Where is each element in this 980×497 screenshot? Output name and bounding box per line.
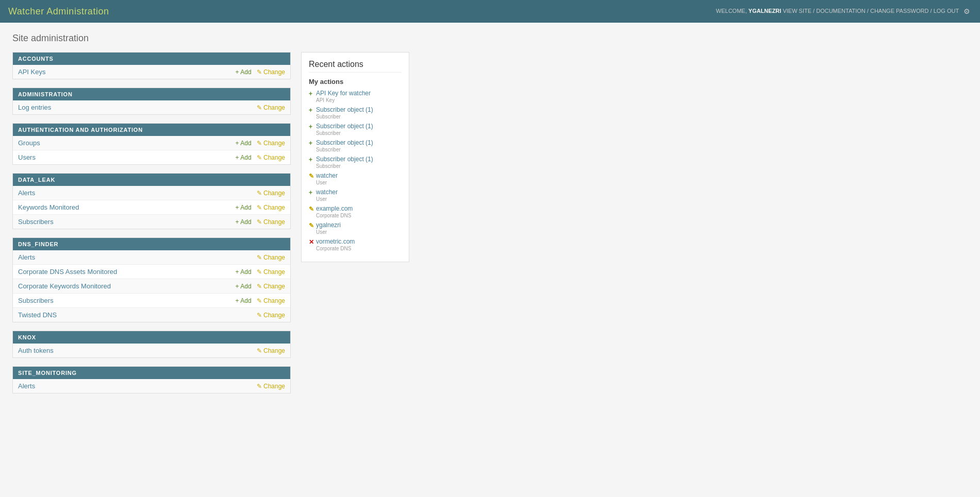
- change-link[interactable]: ✎ Change: [257, 218, 285, 226]
- change-link[interactable]: ✎ Change: [257, 204, 285, 211]
- left-column: ACCOUNTSAPI Keys+ Add✎ ChangeADMINISTRAT…: [12, 52, 291, 402]
- add-icon: +: [309, 189, 314, 196]
- add-icon: +: [309, 90, 314, 97]
- add-link[interactable]: + Add: [236, 268, 252, 276]
- action-item: +Subscriber object (1)Subscriber: [309, 106, 402, 119]
- action-link[interactable]: ygalnezri: [316, 221, 341, 229]
- action-link[interactable]: Subscriber object (1): [316, 123, 373, 130]
- add-icon: +: [309, 107, 314, 114]
- change-link[interactable]: ✎ Change: [257, 104, 285, 111]
- row-label-auth-tokens[interactable]: Auth tokens: [18, 347, 257, 354]
- change-link[interactable]: ✎ Change: [257, 283, 285, 290]
- add-icon: +: [309, 140, 314, 147]
- action-link[interactable]: vormetric.com: [316, 238, 355, 245]
- change-link[interactable]: ✎ Change: [257, 347, 285, 354]
- recent-actions-title: Recent actions: [309, 60, 402, 73]
- row-label-alerts[interactable]: Alerts: [18, 189, 257, 197]
- action-sub-label: Corporate DNS: [316, 213, 402, 218]
- site-title: Watcher Administration: [8, 6, 109, 17]
- username: YGALNEZRI: [749, 8, 782, 14]
- module-header-knox: KNOX: [13, 331, 290, 344]
- add-link[interactable]: + Add: [236, 154, 252, 161]
- add-icon: +: [309, 156, 314, 163]
- add-link[interactable]: + Add: [236, 283, 252, 290]
- change-icon: ✎: [309, 222, 314, 229]
- row-actions: ✎ Change: [257, 190, 285, 197]
- change-link[interactable]: ✎ Change: [257, 68, 285, 76]
- right-column: Recent actions My actions +API Key for w…: [301, 52, 409, 262]
- change-icon: ✎: [309, 205, 314, 213]
- module-row: Users+ Add✎ Change: [13, 150, 290, 164]
- row-label-subscribers[interactable]: Subscribers: [18, 218, 236, 226]
- module-header-auth: AUTHENTICATION AND AUTHORIZATION: [13, 124, 290, 136]
- gear-icon: ⚙: [964, 7, 972, 15]
- add-link[interactable]: + Add: [236, 297, 252, 304]
- action-link[interactable]: Subscriber object (1): [316, 139, 373, 146]
- module-accounts: ACCOUNTSAPI Keys+ Add✎ Change: [12, 52, 291, 79]
- action-link[interactable]: API Key for watcher: [316, 90, 371, 97]
- header-user-info: WELCOME, YGALNEZRI VIEW SITE / DOCUMENTA…: [716, 7, 972, 15]
- row-actions: + Add✎ Change: [236, 154, 285, 161]
- action-link[interactable]: watcher: [316, 188, 338, 196]
- action-sub-label: Subscriber: [316, 163, 402, 169]
- documentation-link[interactable]: DOCUMENTATION: [816, 8, 866, 14]
- header: Watcher Administration WELCOME, YGALNEZR…: [0, 0, 980, 23]
- view-site-link[interactable]: VIEW SITE: [783, 8, 811, 14]
- log-out-link[interactable]: LOG OUT: [934, 8, 959, 14]
- row-label-api-keys[interactable]: API Keys: [18, 68, 236, 76]
- action-sub-label: User: [316, 180, 402, 185]
- row-actions: ✎ Change: [257, 104, 285, 111]
- change-link[interactable]: ✎ Change: [257, 254, 285, 261]
- change-password-link[interactable]: CHANGE PASSWORD: [870, 8, 928, 14]
- action-sub-label: Subscriber: [316, 130, 402, 136]
- delete-icon: ✕: [309, 238, 314, 246]
- add-link[interactable]: + Add: [236, 68, 252, 76]
- row-label-alerts[interactable]: Alerts: [18, 253, 257, 261]
- change-link[interactable]: ✎ Change: [257, 383, 285, 390]
- add-link[interactable]: + Add: [236, 218, 252, 226]
- action-link[interactable]: Subscriber object (1): [316, 106, 373, 113]
- action-link[interactable]: watcher: [316, 172, 338, 179]
- action-link[interactable]: Subscriber object (1): [316, 156, 373, 163]
- row-label-keywords-monitored[interactable]: Keywords Monitored: [18, 203, 236, 211]
- row-actions: + Add✎ Change: [236, 283, 285, 290]
- change-link[interactable]: ✎ Change: [257, 268, 285, 276]
- module-row: Alerts✎ Change: [13, 379, 290, 393]
- main-layout: ACCOUNTSAPI Keys+ Add✎ ChangeADMINISTRAT…: [12, 52, 968, 402]
- welcome-text: WELCOME,: [716, 8, 747, 14]
- row-label-twisted-dns[interactable]: Twisted DNS: [18, 311, 257, 319]
- module-row: Subscribers+ Add✎ Change: [13, 294, 290, 308]
- row-actions: ✎ Change: [257, 312, 285, 319]
- change-link[interactable]: ✎ Change: [257, 312, 285, 319]
- row-label-log-entries[interactable]: Log entries: [18, 104, 257, 111]
- row-label-corporate-dns-assets-monitored[interactable]: Corporate DNS Assets Monitored: [18, 268, 236, 276]
- change-link[interactable]: ✎ Change: [257, 154, 285, 161]
- action-sub-label: Subscriber: [316, 114, 402, 119]
- add-link[interactable]: + Add: [236, 140, 252, 147]
- change-link[interactable]: ✎ Change: [257, 190, 285, 197]
- row-label-corporate-keywords-monitored[interactable]: Corporate Keywords Monitored: [18, 282, 236, 290]
- action-item: +Subscriber object (1)Subscriber: [309, 123, 402, 136]
- add-link[interactable]: + Add: [236, 204, 252, 211]
- action-items-container: +API Key for watcherAPI Key+Subscriber o…: [309, 90, 402, 251]
- row-actions: + Add✎ Change: [236, 140, 285, 147]
- module-row: Corporate Keywords Monitored+ Add✎ Chang…: [13, 279, 290, 294]
- action-item: ✎example.comCorporate DNS: [309, 205, 402, 218]
- module-row: Groups+ Add✎ Change: [13, 136, 290, 150]
- action-sub-label: User: [316, 196, 402, 202]
- change-link[interactable]: ✎ Change: [257, 297, 285, 304]
- module-site_monitoring: SITE_MONITORINGAlerts✎ Change: [12, 366, 291, 393]
- module-header-site_monitoring: SITE_MONITORING: [13, 367, 290, 379]
- my-actions-label: My actions: [309, 78, 402, 85]
- row-label-subscribers[interactable]: Subscribers: [18, 297, 236, 304]
- module-row: Corporate DNS Assets Monitored+ Add✎ Cha…: [13, 265, 290, 279]
- row-label-users[interactable]: Users: [18, 153, 236, 161]
- row-label-alerts[interactable]: Alerts: [18, 382, 257, 390]
- row-label-groups[interactable]: Groups: [18, 139, 236, 147]
- change-link[interactable]: ✎ Change: [257, 140, 285, 147]
- row-actions: + Add✎ Change: [236, 218, 285, 226]
- row-actions: + Add✎ Change: [236, 268, 285, 276]
- action-link[interactable]: example.com: [316, 205, 353, 212]
- module-data_leak: DATA_LEAKAlerts✎ ChangeKeywords Monitore…: [12, 173, 291, 229]
- action-item: ✕vormetric.comCorporate DNS: [309, 238, 402, 251]
